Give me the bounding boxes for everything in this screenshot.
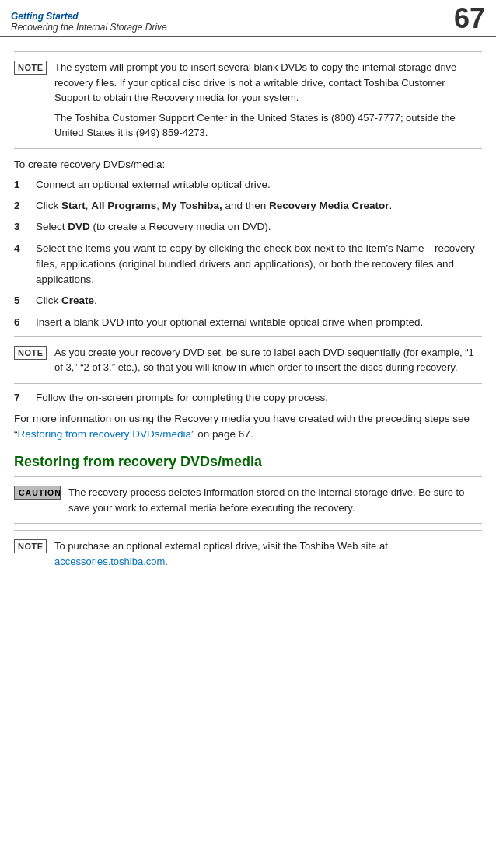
step-text-4: Select the items you want to copy by cli… [36,241,482,288]
note-text-3: To purchase an optional external optical… [54,539,476,569]
note-block-1: NOTE The system will prompt you to inser… [14,51,482,149]
step-2: 2 Click Start, All Programs, My Toshiba,… [14,198,482,214]
note3-link[interactable]: accessories.toshiba.com [54,556,165,567]
step-num-7: 7 [14,390,36,406]
step-num-6: 6 [14,315,36,330]
caution-block: CAUTION The recovery process deletes inf… [14,476,482,524]
note2-para: As you create your recovery DVD set, be … [54,345,476,375]
step-text-7: Follow the on-screen prompts for complet… [36,390,482,406]
note-block-2: NOTE As you create your recovery DVD set… [14,336,482,384]
step-7: 7 Follow the on-screen prompts for compl… [14,390,482,406]
step-text-3: Select DVD (to create a Recovery media o… [36,219,482,235]
step-num-1: 1 [14,177,36,193]
note1-para1: The system will prompt you to insert sev… [54,60,476,106]
step-num-2: 2 [14,198,36,214]
header-chapter: Getting Started [11,11,79,22]
note3-para: To purchase an optional external optical… [54,539,476,569]
step-3: 3 Select DVD (to create a Recovery media… [14,219,482,235]
page-number: 67 [454,5,485,33]
step-1: 1 Connect an optional external writable … [14,177,482,193]
note3-prefix: To purchase an optional external optical… [54,540,388,552]
step-num-3: 3 [14,219,36,235]
main-content: NOTE The system will prompt you to inser… [0,37,496,591]
step-text-6: Insert a blank DVD into your optional ex… [36,315,482,330]
note-label-3: NOTE [14,539,47,553]
steps-list: 1 Connect an optional external writable … [14,177,482,330]
header-section: Recovering the Internal Storage Drive [11,22,167,33]
caution-text: The recovery process deletes information… [68,485,476,515]
step-text-1: Connect an optional external writable op… [36,177,482,193]
step-6: 6 Insert a blank DVD into your optional … [14,315,482,330]
step7-list: 7 Follow the on-screen prompts for compl… [14,390,482,406]
more-info-para: For more information on using the Recove… [14,411,482,443]
step-num-5: 5 [14,293,36,309]
note-text-2: As you create your recovery DVD set, be … [54,345,476,375]
note-label-1: NOTE [14,61,47,75]
step-4: 4 Select the items you want to copy by c… [14,241,482,288]
note-label-2: NOTE [14,346,47,360]
note1-para2: The Toshiba Customer Support Center in t… [54,110,476,141]
step-text-2: Click Start, All Programs, My Toshiba, a… [36,198,482,214]
step-5: 5 Click Create. [14,293,482,309]
intro-paragraph: To create recovery DVDs/media: [14,157,482,173]
note3-suffix: . [165,556,168,567]
note-block-3: NOTE To purchase an optional external op… [14,530,482,577]
more-info-suffix: ” on page 67. [191,428,253,440]
note-text-1: The system will prompt you to insert sev… [54,60,476,141]
step-num-4: 4 [14,241,36,256]
more-info-link[interactable]: Restoring from recovery DVDs/media [18,428,192,440]
page-header: Getting Started Recovering the Internal … [0,0,496,37]
caution-label: CAUTION [14,486,61,500]
step-text-5: Click Create. [36,293,482,309]
header-left: Getting Started Recovering the Internal … [11,11,167,33]
section-heading: Restoring from recovery DVDs/media [14,454,482,471]
